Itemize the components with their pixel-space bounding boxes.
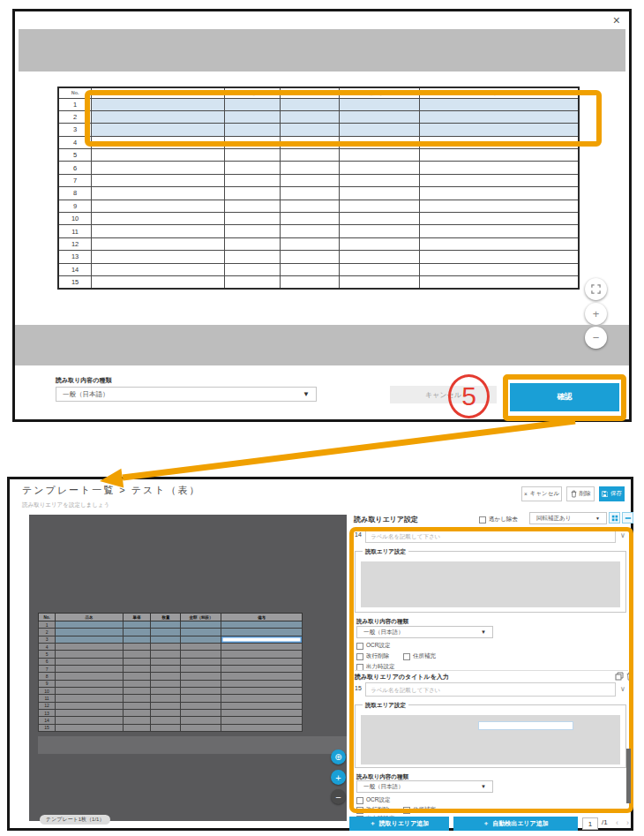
table-cell <box>340 225 420 237</box>
content-type-select[interactable]: 一般（日本語） ▼ <box>56 387 317 402</box>
table-header-cell: 備考 <box>221 614 303 621</box>
area-crop-thumbnail <box>361 561 620 607</box>
add-auto-detect-area-button[interactable]: ＋ 自動検出エリア追加 <box>453 817 578 831</box>
address-completion-checkbox[interactable]: 住所補完 <box>403 652 436 660</box>
chevron-down-icon[interactable]: ∨ <box>620 685 625 693</box>
table-cell <box>123 651 151 658</box>
table-row: 11 <box>58 225 579 237</box>
save-button[interactable]: 保存 <box>599 486 625 501</box>
table-cell <box>181 658 221 665</box>
table-cell <box>340 263 420 275</box>
table-cell <box>151 644 181 651</box>
area-crop-thumbnail <box>361 715 620 764</box>
table-cell <box>56 717 124 724</box>
table-cell <box>181 636 221 643</box>
table-cell <box>123 710 151 717</box>
confirm-button[interactable]: 確認 <box>510 383 619 411</box>
table-cell <box>221 673 303 680</box>
delete-button[interactable]: 削除 <box>566 486 595 501</box>
table-cell <box>340 200 420 212</box>
table-row: 15 <box>58 275 579 288</box>
row-number-cell: 8 <box>39 673 56 680</box>
fit-screen-button[interactable]: ⊕ <box>331 749 346 764</box>
table-cell <box>151 666 181 673</box>
table-cell <box>221 724 303 731</box>
table-row: 5 <box>39 651 303 658</box>
table-cell <box>221 695 303 702</box>
ocr-setting-checkbox[interactable]: OCR設定 <box>356 642 390 650</box>
content-type-select[interactable]: 一般（日本語） ▼ <box>356 626 493 638</box>
chevron-down-icon: ▼ <box>303 390 310 398</box>
newline-removal-checkbox[interactable]: 改行削除 <box>356 806 389 814</box>
zoom-in-button[interactable]: + <box>331 770 346 785</box>
trash-icon[interactable] <box>625 672 634 681</box>
content-type-value: 一般（日本語） <box>63 390 109 399</box>
area-label-input[interactable] <box>365 529 616 543</box>
read-area-group: 読取エリア設定 <box>355 551 626 613</box>
add-read-area-button[interactable]: ＋ 読取りエリア追加 <box>349 817 449 831</box>
table-cell <box>225 174 281 186</box>
row-number-cell: 7 <box>58 174 92 186</box>
copy-icon[interactable] <box>615 672 624 681</box>
table-cell <box>123 673 151 680</box>
content-type-select[interactable]: 一般（日本語） ▼ <box>356 780 493 793</box>
area-index: 15 <box>355 685 362 691</box>
table-cell <box>419 187 579 200</box>
ocr-setting-label: OCR設定 <box>366 642 390 650</box>
document-preview[interactable]: No.品名単価数量金額（税抜）備考123456789101112131415 テ… <box>29 515 347 821</box>
table-cell <box>340 237 420 250</box>
document-header-band <box>19 29 625 72</box>
zoom-in-button[interactable]: + <box>585 303 607 325</box>
chevron-down-icon[interactable]: ∨ <box>620 531 625 539</box>
table-cell <box>280 251 339 263</box>
document-footer-band-preview <box>38 736 347 754</box>
row-number-cell: 6 <box>39 658 56 665</box>
row-number-cell: 11 <box>39 695 56 702</box>
zoom-out-button[interactable]: − <box>585 327 607 349</box>
chevron-down-icon: ▼ <box>595 516 600 521</box>
row-number-cell: 4 <box>39 644 56 651</box>
highlight-annotation-rows <box>85 90 602 147</box>
table-cell <box>181 644 221 651</box>
zoom-out-button[interactable]: − <box>331 789 346 804</box>
table-cell <box>92 213 225 225</box>
table-cell <box>123 636 151 643</box>
table-cell <box>92 263 225 275</box>
save-label: 保存 <box>610 490 622 498</box>
table-cell <box>280 237 339 250</box>
prev-page-icon[interactable]: ‹ <box>616 818 618 827</box>
table-cell <box>123 717 151 724</box>
table-cell <box>151 658 181 665</box>
table-row: 8 <box>39 673 303 680</box>
add-auto-detect-area-label: 自動検出エリア追加 <box>492 819 549 828</box>
newline-removal-label: 改行削除 <box>366 652 389 660</box>
view-toggle-grid-button[interactable] <box>609 512 620 523</box>
list-view-icon <box>625 515 632 522</box>
editor-cancel-button[interactable]: × キャンセル <box>521 486 562 501</box>
table-row: 10 <box>58 213 579 225</box>
table-row: 13 <box>39 710 303 717</box>
watermark-removal-checkbox[interactable]: 透かし除去 <box>479 516 518 523</box>
ocr-setting-checkbox[interactable]: OCR設定 <box>356 796 390 804</box>
table-cell <box>151 673 181 680</box>
table-cell <box>56 673 124 680</box>
next-page-icon[interactable]: › <box>626 818 629 827</box>
newline-removal-checkbox[interactable]: 改行削除 <box>356 652 389 660</box>
table-cell <box>280 149 339 162</box>
checkbox-icon <box>403 653 410 660</box>
table-row: 7 <box>39 666 303 673</box>
fit-screen-button[interactable] <box>585 278 607 300</box>
table-cell <box>225 200 281 212</box>
scrollbar-thumb[interactable] <box>626 749 631 803</box>
close-icon: × <box>524 491 528 497</box>
close-icon[interactable]: × <box>613 13 620 27</box>
ocr-setting-label: OCR設定 <box>366 796 390 804</box>
area-label-input[interactable] <box>365 682 616 697</box>
table-cell <box>280 225 339 237</box>
address-completion-checkbox[interactable]: 住所補完 <box>403 806 436 814</box>
save-icon <box>602 491 608 497</box>
table-cell <box>221 688 303 695</box>
view-toggle-list-button[interactable] <box>622 512 633 523</box>
page-number-input[interactable] <box>582 817 598 830</box>
rotation-correction-select[interactable]: 回転補正あり ▼ <box>529 512 607 524</box>
